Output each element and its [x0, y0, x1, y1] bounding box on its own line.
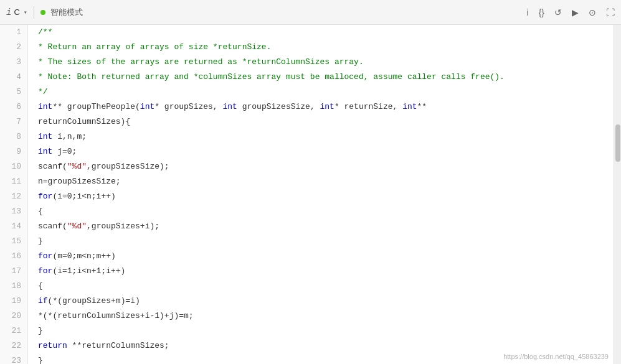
code-line: return **returnColumnSizes; — [38, 338, 614, 353]
code-line: int** groupThePeople(int* groupSizes, in… — [38, 100, 614, 114]
code-line: returnColumnSizes){ — [38, 114, 614, 129]
lang-icon: i — [6, 7, 11, 17]
line-number: 18 — [0, 279, 27, 294]
code-line: for(i=1;i<n+1;i++) — [38, 264, 614, 279]
info-icon[interactable]: i — [527, 7, 529, 17]
scrollbar-track[interactable] — [614, 25, 621, 364]
code-line: for(m=0;m<n;m++) — [38, 249, 614, 264]
code-line: *(*(returnColumnSizes+i-1)+j)=m; — [38, 309, 614, 324]
line-number: 9 — [0, 144, 27, 159]
code-line: int j=0; — [38, 144, 614, 159]
code-content[interactable]: /** * Return an array of arrays of size … — [28, 25, 614, 364]
code-line: { — [38, 204, 614, 219]
line-number: 13 — [0, 204, 27, 219]
line-numbers: 1234567891011121314151617181920212223 — [0, 25, 28, 364]
line-number: 21 — [0, 324, 27, 338]
code-line: * Note: Both returned array and *columnS… — [38, 70, 614, 85]
line-number: 20 — [0, 309, 27, 324]
line-number: 1 — [0, 25, 27, 40]
code-line: int i,n,m; — [38, 129, 614, 144]
top-bar: i C ▾ 智能模式 i {} ↺ ▶ ⊙ ⛶ — [0, 0, 621, 25]
line-number: 11 — [0, 174, 27, 189]
undo-icon[interactable]: ↺ — [554, 7, 562, 17]
line-number: 5 — [0, 85, 27, 100]
code-line: for(i=0;i<n;i++) — [38, 189, 614, 204]
code-line: * Return an array of arrays of size *ret… — [38, 40, 614, 55]
dropdown-arrow-icon[interactable]: ▾ — [24, 9, 27, 16]
line-number: 6 — [0, 100, 27, 114]
line-number: 16 — [0, 249, 27, 264]
line-number: 22 — [0, 338, 27, 353]
top-bar-right: i {} ↺ ▶ ⊙ ⛶ — [527, 7, 615, 17]
line-number: 15 — [0, 234, 27, 249]
code-line: scanf("%d",groupSizesSize); — [38, 159, 614, 174]
line-number: 2 — [0, 40, 27, 55]
scrollbar-thumb[interactable] — [615, 124, 620, 162]
line-number: 8 — [0, 129, 27, 144]
code-line: n=groupSizesSize; — [38, 174, 614, 189]
code-line: } — [38, 234, 614, 249]
code-line: */ — [38, 85, 614, 100]
divider — [34, 6, 34, 19]
code-line: scanf("%d",groupSizes+i); — [38, 219, 614, 234]
line-number: 10 — [0, 159, 27, 174]
watermark: https://blog.csdn.net/qq_45863239 — [503, 353, 609, 360]
lang-label: C — [14, 7, 19, 17]
editor-area: 1234567891011121314151617181920212223 /*… — [0, 25, 621, 364]
terminal-icon[interactable]: ▶ — [572, 7, 579, 17]
fullscreen-icon[interactable]: ⛶ — [606, 7, 615, 17]
code-line: * The sizes of the arrays are returned a… — [38, 55, 614, 70]
line-number: 3 — [0, 55, 27, 70]
top-bar-left: i C ▾ 智能模式 — [6, 6, 522, 19]
code-line: { — [38, 279, 614, 294]
line-number: 23 — [0, 353, 27, 364]
line-number: 4 — [0, 70, 27, 85]
code-line: /** — [38, 25, 614, 40]
smart-mode-dot — [40, 10, 45, 15]
line-number: 7 — [0, 114, 27, 129]
code-line: } — [38, 324, 614, 338]
smart-mode-label: 智能模式 — [50, 7, 83, 18]
settings-icon[interactable]: ⊙ — [589, 7, 596, 17]
line-number: 19 — [0, 294, 27, 309]
line-number: 14 — [0, 219, 27, 234]
braces-icon[interactable]: {} — [539, 7, 544, 17]
line-number: 17 — [0, 264, 27, 279]
line-number: 12 — [0, 189, 27, 204]
code-line: if(*(groupSizes+m)=i) — [38, 294, 614, 309]
